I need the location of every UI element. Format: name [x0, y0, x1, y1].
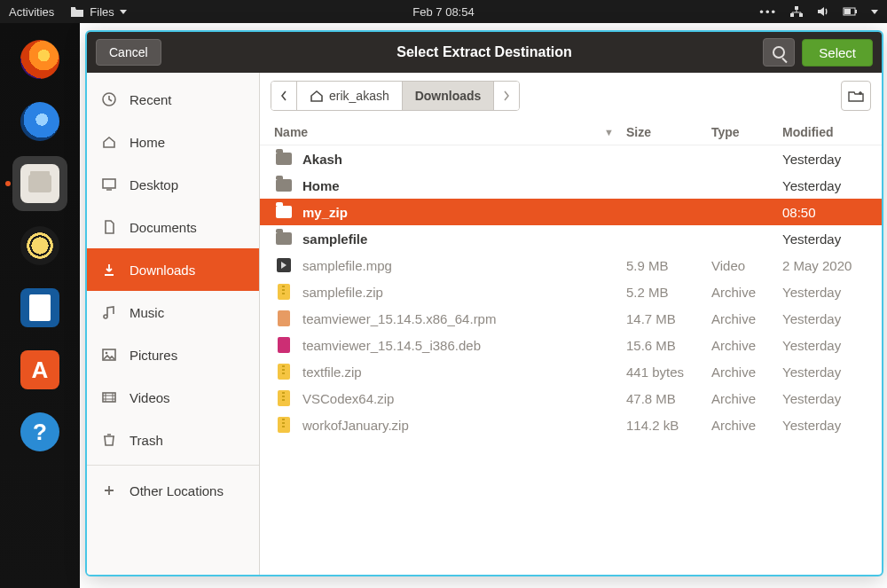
- trash-icon: [101, 432, 117, 448]
- path-back-button[interactable]: [271, 82, 297, 110]
- app-menu-files[interactable]: Files: [70, 5, 126, 19]
- firefox-icon: [20, 40, 59, 79]
- new-folder-button[interactable]: [841, 81, 871, 111]
- file-size: 14.7 MB: [626, 311, 711, 326]
- thunderbird-icon: [20, 102, 59, 141]
- file-row[interactable]: my_zip08:50: [260, 199, 882, 225]
- file-type: Archive: [711, 418, 782, 433]
- column-headers[interactable]: Name▼ Size Type Modified: [260, 119, 882, 145]
- libreoffice-writer-icon: [20, 288, 59, 327]
- sidebar-item-other-locations[interactable]: Other Locations: [87, 469, 259, 512]
- sidebar-item-label: Videos: [130, 390, 170, 405]
- sidebar-item-pictures[interactable]: Pictures: [87, 333, 259, 376]
- folder-icon: [274, 231, 294, 247]
- system-top-bar: Activities Files Feb 7 08:54 •••: [0, 0, 887, 23]
- file-type: Video: [711, 258, 782, 273]
- file-name: samplefile.mpg: [302, 258, 626, 273]
- sort-caret-icon: ▼: [604, 127, 614, 137]
- file-row[interactable]: workofJanuary.zip114.2 kBArchiveYesterda…: [260, 412, 882, 438]
- sidebar-item-documents[interactable]: Documents: [87, 206, 259, 248]
- music-icon: [101, 304, 117, 320]
- dock-help[interactable]: ?: [12, 404, 67, 459]
- dock-firefox[interactable]: [12, 32, 67, 87]
- file-size: 441 bytes: [626, 365, 711, 380]
- places-sidebar: Recent Home Desktop Documents Downloads …: [87, 73, 260, 575]
- select-button[interactable]: Select: [802, 39, 873, 67]
- dialog-title: Select Extract Destination: [396, 44, 571, 60]
- file-size: 114.2 kB: [626, 418, 711, 433]
- activities-button[interactable]: Activities: [9, 5, 54, 19]
- plus-icon: [101, 482, 117, 498]
- svg-rect-1: [799, 13, 803, 17]
- file-name: Akash: [302, 152, 626, 167]
- system-menu-caret-icon[interactable]: [871, 10, 878, 14]
- dock-software[interactable]: A: [12, 342, 67, 397]
- rhythmbox-icon: [20, 226, 59, 265]
- file-modified: Yesterday: [782, 365, 867, 380]
- sidebar-item-videos[interactable]: Videos: [87, 376, 259, 419]
- file-type: Archive: [711, 338, 782, 353]
- sidebar-item-music[interactable]: Music: [87, 291, 259, 333]
- sidebar-item-label: Pictures: [130, 348, 177, 363]
- file-row[interactable]: HomeYesterday: [260, 172, 882, 199]
- dock-libreoffice-writer[interactable]: [12, 280, 67, 335]
- cancel-button[interactable]: Cancel: [96, 39, 161, 66]
- sidebar-item-label: Documents: [130, 220, 197, 235]
- dock-files[interactable]: [12, 156, 67, 211]
- file-row[interactable]: samplefile.mpg5.9 MBVideo2 May 2020: [260, 252, 882, 278]
- rpm-icon: [274, 310, 294, 326]
- sidebar-item-label: Music: [130, 305, 164, 320]
- file-name: textfile.zip: [302, 365, 626, 380]
- file-row[interactable]: samplefileYesterday: [260, 225, 882, 252]
- battery-icon[interactable]: [843, 6, 859, 17]
- file-row[interactable]: teamviewer_15.14.5_i386.deb15.6 MBArchiv…: [260, 332, 882, 358]
- file-name: teamviewer_15.14.5_i386.deb: [302, 338, 626, 353]
- dock-rhythmbox[interactable]: [12, 218, 67, 273]
- deb-icon: [274, 337, 294, 353]
- sidebar-item-trash[interactable]: Trash: [87, 419, 259, 461]
- dialog-headerbar: Cancel Select Extract Destination Select: [87, 32, 882, 73]
- file-modified: 2 May 2020: [782, 258, 867, 273]
- path-forward-button[interactable]: [494, 82, 519, 110]
- sidebar-item-recent[interactable]: Recent: [87, 78, 259, 121]
- dock-thunderbird[interactable]: [12, 94, 67, 149]
- path-segment-current[interactable]: Downloads: [403, 82, 495, 110]
- clock-label[interactable]: Feb 7 08:54: [412, 5, 474, 19]
- file-row[interactable]: AkashYesterday: [260, 145, 882, 172]
- app-indicator-icon[interactable]: •••: [759, 5, 777, 19]
- search-button[interactable]: [763, 38, 795, 67]
- zip-icon: [274, 390, 294, 406]
- file-type: Archive: [711, 311, 782, 326]
- file-type: Archive: [711, 285, 782, 300]
- sidebar-item-home[interactable]: Home: [87, 121, 259, 163]
- sidebar-item-downloads[interactable]: Downloads: [87, 248, 259, 291]
- col-name: Name: [274, 125, 308, 139]
- file-size: 47.8 MB: [626, 391, 711, 406]
- sidebar-item-desktop[interactable]: Desktop: [87, 163, 259, 206]
- sidebar-item-label: Desktop: [130, 177, 178, 192]
- svg-point-9: [106, 352, 108, 355]
- file-row[interactable]: samplefile.zip5.2 MBArchiveYesterday: [260, 278, 882, 305]
- file-row[interactable]: VSCodex64.zip47.8 MBArchiveYesterday: [260, 385, 882, 412]
- file-modified: Yesterday: [782, 338, 867, 353]
- file-row[interactable]: textfile.zip441 bytesArchiveYesterday: [260, 358, 882, 385]
- file-size: 5.9 MB: [626, 258, 711, 273]
- file-name: samplefile: [302, 231, 626, 247]
- svg-rect-5: [844, 9, 851, 14]
- file-modified: Yesterday: [782, 231, 867, 247]
- volume-icon[interactable]: [816, 5, 830, 18]
- sidebar-item-label: Trash: [130, 433, 163, 448]
- pictures-icon: [101, 347, 117, 363]
- software-store-icon: A: [20, 350, 59, 389]
- sidebar-item-label: Home: [130, 135, 165, 150]
- clock-icon: [101, 91, 117, 107]
- zip-icon: [274, 417, 294, 433]
- network-icon[interactable]: [789, 5, 804, 18]
- file-modified: Yesterday: [782, 311, 867, 326]
- file-row[interactable]: teamviewer_15.14.5.x86_64.rpm14.7 MBArch…: [260, 305, 882, 332]
- download-icon: [101, 262, 117, 278]
- file-type: Archive: [711, 365, 782, 380]
- path-segment-home[interactable]: erik_akash: [297, 82, 403, 110]
- svg-rect-2: [795, 6, 798, 10]
- folder-icon: [274, 204, 294, 220]
